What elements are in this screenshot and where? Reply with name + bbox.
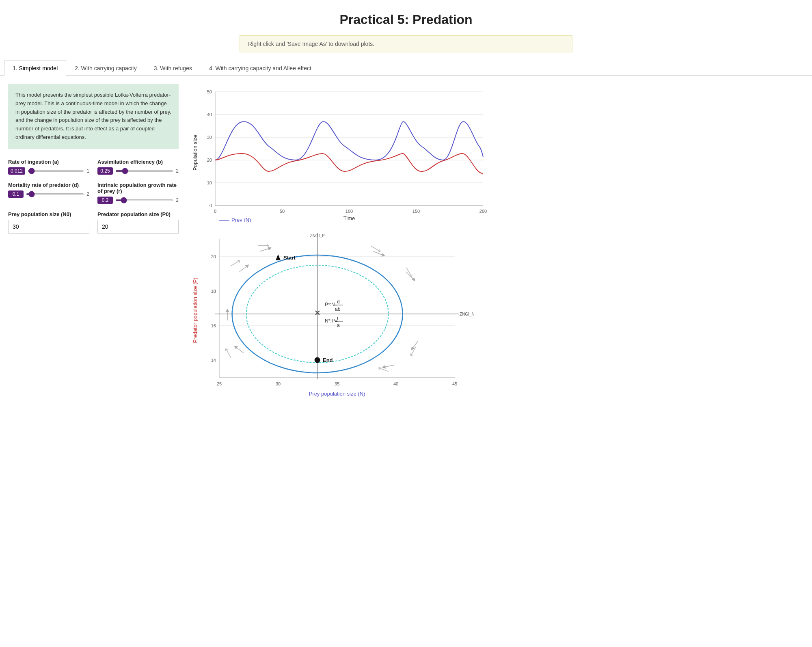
- prey-n0-label: Prey population size (N0): [8, 211, 89, 217]
- growth-slider[interactable]: [115, 199, 173, 201]
- ingestion-max: 1: [86, 168, 89, 174]
- svg-text:Start: Start: [283, 255, 296, 261]
- svg-text:35: 35: [335, 381, 339, 386]
- svg-text:40: 40: [393, 381, 398, 386]
- timeseries-svg: Population size 0 10 20 30: [191, 84, 499, 222]
- pred-p0-input[interactable]: [97, 220, 179, 234]
- svg-text:⟶: ⟶: [407, 344, 421, 359]
- left-panel: This model presents the simplest possibl…: [8, 84, 179, 403]
- svg-text:150: 150: [412, 209, 420, 214]
- phase-plane-svg: Predator population size (P) 20 18: [191, 231, 499, 402]
- phase-x-label: Prey population size (N): [309, 391, 365, 397]
- mortality-max: 2: [86, 191, 89, 197]
- mortality-control: Mortality rate of predator (d) 0.1 2: [8, 182, 89, 204]
- ingestion-value: 0.012: [8, 167, 25, 175]
- assimilation-max: 2: [176, 168, 179, 174]
- x-axis-label: Time: [343, 215, 355, 221]
- svg-text:100: 100: [346, 209, 353, 214]
- assimilation-slider[interactable]: [115, 170, 173, 172]
- svg-text:⟶: ⟶: [228, 256, 242, 270]
- svg-text:⟶: ⟶: [258, 241, 270, 250]
- svg-text:ZNGI_P: ZNGI_P: [310, 234, 325, 238]
- svg-text:ab: ab: [335, 306, 341, 312]
- svg-text:14: 14: [211, 358, 216, 363]
- prey-legend-label: Prey (N): [231, 217, 251, 222]
- svg-text:0: 0: [209, 203, 212, 208]
- page-title: Practical 5: Predation: [0, 0, 812, 35]
- pred-p0-label: Predator population size (P0): [97, 211, 179, 217]
- growth-value: 0.2: [97, 197, 113, 204]
- svg-text:40: 40: [207, 112, 212, 117]
- svg-text:d: d: [337, 299, 340, 305]
- svg-text:✕: ✕: [314, 309, 320, 317]
- control-row-1: Rate of ingestion (a) 0.012 1 Assimilati…: [8, 159, 179, 175]
- assimilation-slider-container: 0.25 2: [97, 167, 179, 175]
- ingestion-label: Rate of ingestion (a): [8, 159, 89, 165]
- svg-text:a: a: [337, 322, 340, 328]
- svg-text:⟶: ⟶: [403, 265, 417, 279]
- svg-text:⟶: ⟶: [221, 346, 235, 361]
- mortality-value: 0.1: [8, 190, 24, 198]
- tab-simplest-model[interactable]: 1. Simplest model: [4, 61, 66, 76]
- svg-text:0: 0: [214, 209, 216, 214]
- y-axis-label: Population size: [192, 135, 198, 171]
- tab-allee-effect[interactable]: 4. With carrying capacity and Allee effe…: [201, 61, 320, 76]
- prey-line: [215, 122, 483, 160]
- assimilation-value: 0.25: [97, 167, 113, 175]
- svg-text:20: 20: [211, 254, 216, 259]
- ingestion-control: Rate of ingestion (a) 0.012 1: [8, 159, 89, 175]
- assimilation-control: Assimilation efficiency (b) 0.25 2: [97, 159, 179, 175]
- svg-text:16: 16: [211, 323, 216, 328]
- notice-bar: Right click and 'Save Image As' to downl…: [240, 35, 572, 52]
- assimilation-label: Assimilation efficiency (b): [97, 159, 179, 165]
- svg-text:ZNGI_N: ZNGI_N: [460, 312, 475, 316]
- right-panel: Population size 0 10 20 30: [191, 84, 804, 403]
- main-content: This model presents the simplest possibl…: [0, 76, 812, 411]
- svg-text:End: End: [323, 357, 333, 363]
- svg-text:20: 20: [207, 158, 212, 162]
- ingestion-slider-container: 0.012 1: [8, 167, 89, 175]
- svg-text:N*:P=: N*:P=: [325, 318, 338, 324]
- growth-slider-container: 0.2 2: [97, 197, 179, 204]
- growth-control: Intrinsic population growth rate of prey…: [97, 182, 179, 204]
- svg-text:45: 45: [452, 381, 457, 386]
- pred-p0-group: Predator population size (P0): [97, 211, 179, 234]
- svg-text:50: 50: [207, 89, 212, 94]
- ingestion-slider[interactable]: [28, 170, 84, 172]
- svg-text:⟶: ⟶: [369, 242, 383, 255]
- growth-max: 2: [176, 197, 179, 203]
- tab-bar: 1. Simplest model 2. With carrying capac…: [0, 61, 812, 76]
- svg-text:30: 30: [207, 135, 212, 140]
- svg-text:18: 18: [211, 289, 216, 294]
- mortality-label: Mortality rate of predator (d): [8, 182, 89, 188]
- phase-y-label: Predator population size (P): [192, 277, 198, 343]
- mortality-slider[interactable]: [26, 193, 84, 195]
- growth-label: Intrinsic population growth rate of prey…: [97, 182, 179, 194]
- description-box: This model presents the simplest possibl…: [8, 84, 179, 149]
- svg-text:30: 30: [276, 381, 281, 386]
- prey-n0-group: Prey population size (N0): [8, 211, 89, 234]
- input-row: Prey population size (N0) Predator popul…: [8, 211, 179, 234]
- svg-text:10: 10: [207, 180, 212, 185]
- svg-text:25: 25: [217, 381, 222, 386]
- tab-carrying-capacity[interactable]: 2. With carrying capacity: [66, 61, 145, 76]
- svg-text:50: 50: [280, 209, 285, 214]
- svg-text:⟶: ⟶: [376, 364, 391, 376]
- controls-section: Rate of ingestion (a) 0.012 1 Assimilati…: [8, 159, 179, 234]
- prey-n0-input[interactable]: [8, 220, 89, 234]
- timeseries-chart: Population size 0 10 20 30: [191, 84, 804, 223]
- predator-line: [215, 154, 483, 174]
- start-marker: [276, 254, 281, 260]
- tab-refuges[interactable]: 3. With refuges: [145, 61, 201, 76]
- phase-plane-chart: Predator population size (P) 20 18: [191, 231, 804, 403]
- mortality-slider-container: 0.1 2: [8, 190, 89, 198]
- control-row-2: Mortality rate of predator (d) 0.1 2 Int…: [8, 182, 179, 204]
- end-marker: [315, 357, 320, 363]
- svg-text:200: 200: [479, 209, 487, 214]
- svg-text:r: r: [337, 315, 339, 321]
